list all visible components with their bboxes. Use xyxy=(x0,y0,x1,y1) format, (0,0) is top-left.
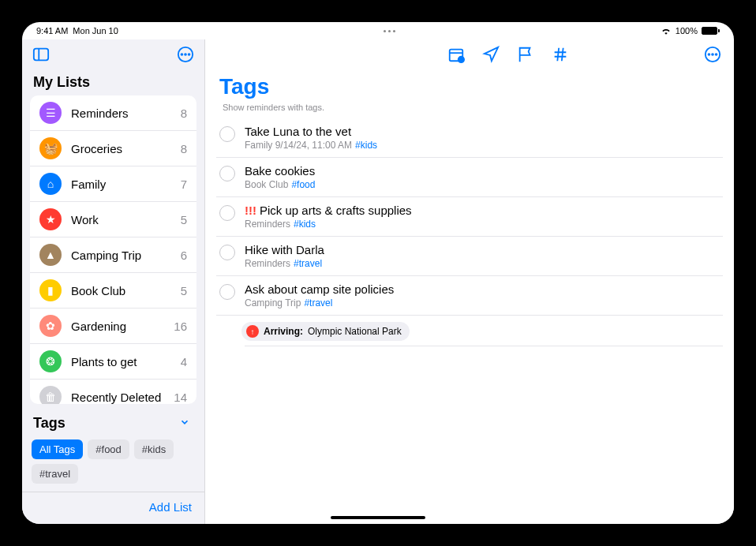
add-list-button[interactable]: Add List xyxy=(149,500,192,514)
tag-chip[interactable]: All Tags xyxy=(32,439,83,459)
reminder-meta: Reminders #kids xyxy=(245,219,720,230)
status-date: Mon Jun 10 xyxy=(73,26,118,36)
list-name: Gardening xyxy=(71,320,164,333)
reminder-meta: Camping Trip #travel xyxy=(245,297,720,309)
list-count: 7 xyxy=(181,178,187,191)
svg-text:+: + xyxy=(460,58,462,62)
reminder-item[interactable]: Take Luna to the vet Family 9/14/24, 11:… xyxy=(216,118,723,158)
location-pill[interactable]: ↑ Arriving: Olympic National Park xyxy=(241,322,410,341)
reminder-item[interactable]: !!!Pick up arts & crafts supplies Remind… xyxy=(216,197,723,237)
svg-point-3 xyxy=(182,54,183,55)
reminder-tag: #travel xyxy=(304,297,332,309)
my-lists-header: My Lists xyxy=(22,69,204,95)
reminder-meta: Book Club #food xyxy=(245,179,720,190)
main-more-button[interactable] xyxy=(704,46,721,66)
list-name: Recently Deleted xyxy=(71,391,164,404)
tag-chip[interactable]: #food xyxy=(88,439,129,459)
calendar-icon[interactable]: + xyxy=(447,46,465,66)
location-label: Arriving: xyxy=(264,326,303,337)
reminder-meta: Reminders #travel xyxy=(245,258,720,269)
sidebar: My Lists ☰ Reminders 8 🧺 Groceries 8 ⌂ F… xyxy=(22,39,205,524)
svg-point-5 xyxy=(189,54,190,55)
sidebar-list-item[interactable]: ▮ Book Club 5 xyxy=(30,273,196,309)
tag-chips-container: All Tags#food#kids#travel xyxy=(22,436,204,492)
list-icon: ▲ xyxy=(39,244,62,266)
page-subtitle: Show reminders with tags. xyxy=(205,101,734,118)
reminder-checkbox[interactable] xyxy=(219,166,235,181)
tag-chip[interactable]: #kids xyxy=(134,439,174,459)
sidebar-list-item[interactable]: ✿ Gardening 16 xyxy=(30,309,196,344)
reminder-item[interactable]: Ask about camp site policies Camping Tri… xyxy=(216,276,723,316)
location-icon[interactable] xyxy=(482,46,500,66)
svg-line-14 xyxy=(562,48,563,62)
tag-chip[interactable]: #travel xyxy=(32,464,78,484)
list-icon: ❂ xyxy=(39,350,62,372)
list-name: Plants to get xyxy=(71,355,171,368)
reminder-checkbox[interactable] xyxy=(219,245,235,260)
sidebar-list-item[interactable]: 🧺 Groceries 8 xyxy=(30,131,196,166)
reminder-checkbox[interactable] xyxy=(219,126,235,142)
sidebar-list-item[interactable]: ❂ Plants to get 4 xyxy=(30,344,196,380)
svg-point-17 xyxy=(712,54,713,55)
multitask-dots-icon[interactable] xyxy=(384,30,395,32)
reminder-title: Ask about camp site policies xyxy=(245,282,720,296)
reminder-item[interactable]: Bake cookies Book Club #food xyxy=(216,158,723,197)
list-name: Book Club xyxy=(71,284,171,297)
main-pane: + Tags Show reminders with tags. Take Lu… xyxy=(205,39,734,524)
flag-icon[interactable] xyxy=(517,46,534,66)
reminder-title: !!!Pick up arts & crafts supplies xyxy=(245,204,720,217)
list-count: 8 xyxy=(181,107,187,120)
sidebar-list-item[interactable]: ☰ Reminders 8 xyxy=(30,95,196,131)
toggle-sidebar-button[interactable] xyxy=(32,46,51,66)
tags-section-header: Tags xyxy=(33,415,65,432)
list-name: Camping Trip xyxy=(71,249,171,262)
svg-point-18 xyxy=(716,54,717,55)
page-title: Tags xyxy=(205,73,734,101)
sidebar-list-item[interactable]: ★ Work 5 xyxy=(30,202,196,237)
list-icon: ☰ xyxy=(39,102,62,124)
svg-line-13 xyxy=(557,48,559,62)
hashtag-icon[interactable] xyxy=(552,46,569,66)
reminder-meta: Family 9/14/24, 11:00 AM #kids xyxy=(245,140,720,151)
svg-marker-10 xyxy=(485,47,498,61)
list-count: 5 xyxy=(181,213,187,226)
reminder-tag: #food xyxy=(291,179,315,190)
reminder-title: Bake cookies xyxy=(245,164,720,178)
wifi-icon xyxy=(661,27,672,35)
list-count: 16 xyxy=(174,320,187,333)
reminders-list: Take Luna to the vet Family 9/14/24, 11:… xyxy=(205,118,734,346)
list-count: 6 xyxy=(181,249,187,262)
lists-container: ☰ Reminders 8 🧺 Groceries 8 ⌂ Family 7 ★… xyxy=(30,95,196,404)
list-count: 5 xyxy=(181,284,187,297)
sidebar-list-item[interactable]: ⌂ Family 7 xyxy=(30,166,196,202)
list-name: Groceries xyxy=(71,142,171,155)
priority-indicator: !!! xyxy=(245,204,256,217)
sidebar-list-item[interactable]: 🗑 Recently Deleted 14 xyxy=(30,380,196,404)
list-icon: ★ xyxy=(39,208,62,230)
list-icon: ✿ xyxy=(39,315,62,337)
reminder-checkbox[interactable] xyxy=(219,284,235,300)
reminder-tag: #travel xyxy=(294,258,322,269)
status-bar: 9:41 AM Mon Jun 10 100% xyxy=(22,22,734,39)
list-name: Reminders xyxy=(71,107,171,120)
sidebar-list-item[interactable]: ▲ Camping Trip 6 xyxy=(30,237,196,273)
list-icon: ⌂ xyxy=(39,173,62,195)
list-name: Family xyxy=(71,178,171,191)
location-value: Olympic National Park xyxy=(308,326,402,337)
svg-point-4 xyxy=(185,54,186,55)
list-count: 8 xyxy=(181,142,187,155)
reminder-tag: #kids xyxy=(355,140,377,151)
reminder-item[interactable]: Hike with Darla Reminders #travel xyxy=(216,237,723,276)
more-button[interactable] xyxy=(176,46,195,66)
reminder-checkbox[interactable] xyxy=(219,205,235,221)
list-count: 4 xyxy=(181,355,187,368)
reminder-title: Hike with Darla xyxy=(245,243,720,256)
chevron-down-icon[interactable] xyxy=(179,417,190,431)
list-icon: 🗑 xyxy=(39,386,62,404)
status-time: 9:41 AM xyxy=(36,26,68,36)
home-indicator[interactable] xyxy=(331,516,425,519)
list-icon: ▮ xyxy=(39,279,62,301)
reminder-title: Take Luna to the vet xyxy=(245,125,720,138)
list-icon: 🧺 xyxy=(39,137,62,159)
list-name: Work xyxy=(71,213,171,226)
